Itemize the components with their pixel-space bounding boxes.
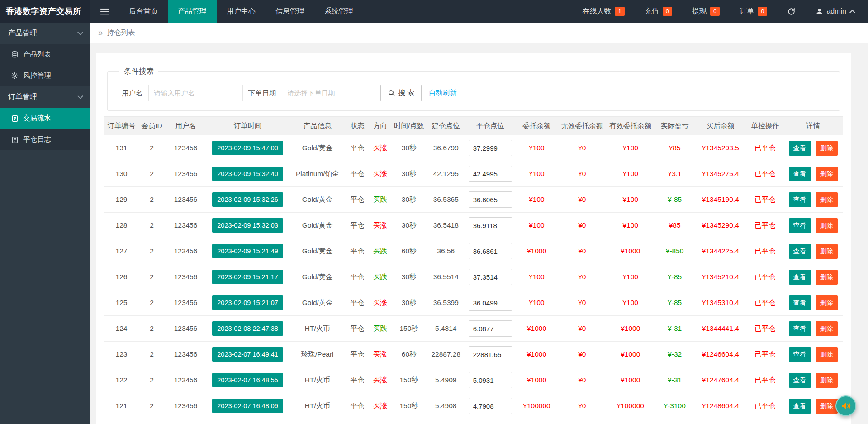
actions-cell: 查看 删除 (783, 393, 843, 419)
col-header-entrust: 委托余额 (515, 117, 558, 135)
view-button[interactable]: 查看 (789, 373, 811, 388)
sidebar-item-product-list[interactable]: 产品列表 (0, 44, 90, 65)
auto-refresh-link[interactable]: 自动刷新 (429, 88, 457, 98)
sidebar-item-risk-control[interactable]: 风控管理 (0, 65, 90, 86)
search-button-label: 搜 索 (398, 88, 414, 98)
user-menu[interactable]: admin (806, 0, 864, 23)
profit-cell: ¥-85 (655, 290, 694, 316)
close-price-input[interactable] (469, 398, 512, 414)
delete-button[interactable]: 删除 (816, 347, 838, 362)
order-time-button[interactable]: 2023-02-07 16:48:09 (212, 399, 283, 413)
nav-recharge[interactable]: 充值 0 (635, 0, 682, 23)
nav-item-product-management[interactable]: 产品管理 (168, 0, 217, 23)
profit-cell: ¥85 (655, 213, 694, 238)
product-cell: HT/火币 (289, 367, 346, 393)
sidebar-toggle-button[interactable] (90, 0, 119, 23)
close-price-input[interactable] (469, 166, 512, 182)
valid-entrust-cell: ¥1000 (606, 367, 655, 393)
view-button[interactable]: 查看 (789, 295, 811, 310)
gear-icon (11, 72, 19, 80)
close-price-input[interactable] (469, 372, 512, 388)
order-time-button[interactable]: 2023-02-09 15:47:00 (212, 141, 283, 155)
search-button[interactable]: 搜 索 (380, 85, 422, 101)
delete-button[interactable]: 删除 (816, 167, 838, 181)
sidebar-group-product-title[interactable]: 产品管理 (0, 23, 90, 44)
order-time-button[interactable]: 2023-02-09 15:32:03 (212, 218, 283, 233)
open-price-cell: 36.5418 (427, 213, 465, 238)
sidebar-group-order-title[interactable]: 订单管理 (0, 86, 90, 108)
nav-online-users[interactable]: 在线人数 1 (572, 0, 634, 23)
order-time-button[interactable]: 2023-02-09 15:32:40 (212, 167, 283, 181)
nav-withdraw[interactable]: 提现 0 (682, 0, 730, 23)
view-button[interactable]: 查看 (789, 347, 811, 362)
delete-button[interactable]: 删除 (816, 244, 838, 259)
order-time-button[interactable]: 2023-02-07 16:49:41 (212, 347, 283, 362)
period-cell: 30秒 (392, 290, 427, 316)
sidebar-item-trade-flow[interactable]: 交易流水 (0, 108, 90, 129)
speaker-icon (840, 400, 851, 411)
order-time-button[interactable]: 2023-02-09 15:21:17 (212, 270, 283, 284)
close-price-input[interactable] (469, 191, 512, 208)
delete-button[interactable]: 删除 (816, 218, 838, 233)
table-row: 124 2 123456 2023-02-08 22:47:38 HT/火币 平… (104, 316, 843, 342)
period-cell: 30秒 (392, 161, 427, 187)
delete-button[interactable]: 删除 (816, 321, 838, 336)
chevron-down-icon (77, 29, 83, 35)
status-cell: 平仓 (346, 419, 369, 424)
order-id-cell: 124 (104, 316, 138, 342)
order-id-cell: 131 (104, 135, 138, 161)
delete-button[interactable]: 删除 (816, 373, 838, 388)
table-body: 131 2 123456 2023-02-09 15:47:00 Gold/黄金… (104, 135, 843, 424)
username-cell: 123456 (165, 393, 206, 419)
delete-button[interactable]: 删除 (816, 399, 838, 414)
view-button[interactable]: 查看 (789, 321, 811, 336)
username-input[interactable] (148, 85, 233, 101)
nav-orders[interactable]: 订单 0 (730, 0, 777, 23)
sidebar-item-close-log[interactable]: 平仓日志 (0, 129, 90, 150)
close-price-input[interactable] (469, 217, 512, 233)
order-time-button[interactable]: 2023-02-08 22:47:38 (212, 321, 283, 336)
sound-toggle-button[interactable] (835, 395, 856, 416)
order-time-button[interactable]: 2023-02-09 15:21:07 (212, 295, 283, 310)
order-id-cell: 122 (104, 367, 138, 393)
username-cell: 123456 (165, 161, 206, 187)
view-button[interactable]: 查看 (789, 192, 811, 207)
positions-table: 订单编号 会员ID 用户名 订单时间 产品信息 状态 方向 时间/点数 建仓点位… (104, 116, 843, 424)
table-row: 120 10 123123 2023-02-06 04:21:10 HT/火币 … (104, 419, 843, 424)
close-price-input[interactable] (469, 295, 512, 311)
entrust-balance-cell: ¥100 (515, 187, 558, 213)
view-button[interactable]: 查看 (789, 244, 811, 259)
delete-button[interactable]: 删除 (816, 270, 838, 285)
order-id-cell: 130 (104, 161, 138, 187)
nav-item-home[interactable]: 后台首页 (119, 0, 168, 23)
nav-item-user-center[interactable]: 用户中心 (217, 0, 266, 23)
view-button[interactable]: 查看 (789, 399, 811, 414)
close-price-input[interactable] (469, 346, 512, 362)
close-price-input[interactable] (469, 243, 512, 259)
close-price-input[interactable] (469, 269, 512, 285)
view-button[interactable]: 查看 (789, 218, 811, 233)
order-time-button[interactable]: 2023-02-07 16:48:55 (212, 373, 283, 387)
delete-button[interactable]: 删除 (816, 141, 838, 156)
delete-button[interactable]: 删除 (816, 295, 838, 310)
delete-button[interactable]: 删除 (816, 192, 838, 207)
col-header-balance: 买后余额 (694, 117, 747, 135)
brand-logo: 香港数字资产交易所 (0, 0, 90, 23)
close-price-input[interactable] (469, 320, 512, 337)
valid-entrust-cell: ¥100 (606, 264, 655, 290)
sidebar-group-product-label: 产品管理 (8, 29, 37, 38)
open-price-cell: 36.56 (427, 238, 465, 264)
col-header-control: 单控操作 (747, 117, 784, 135)
nav-item-info-management[interactable]: 信息管理 (266, 0, 314, 23)
member-id-cell: 2 (138, 213, 165, 238)
view-button[interactable]: 查看 (789, 167, 811, 181)
order-time-button[interactable]: 2023-02-09 15:32:26 (212, 192, 283, 207)
refresh-button[interactable] (777, 0, 806, 23)
order-time-button[interactable]: 2023-02-09 15:21:49 (212, 244, 283, 258)
nav-item-system-management[interactable]: 系统管理 (314, 0, 363, 23)
close-price-input[interactable] (469, 140, 512, 156)
view-button[interactable]: 查看 (789, 141, 811, 156)
order-date-input[interactable] (282, 85, 371, 101)
view-button[interactable]: 查看 (789, 270, 811, 285)
col-header-username: 用户名 (165, 117, 206, 135)
